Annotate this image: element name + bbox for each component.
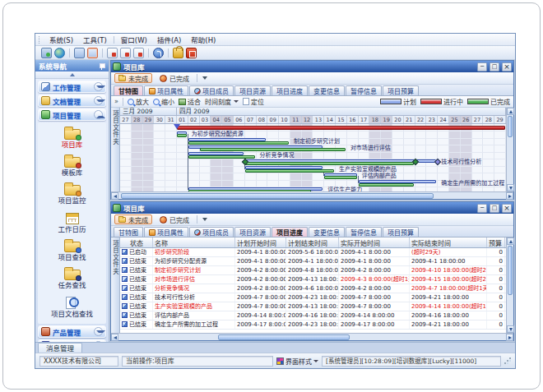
scroll-up-button[interactable] [507,108,514,115]
scroll-right-button[interactable] [506,334,513,341]
tab-message-management[interactable]: 消息管理 [38,343,82,353]
expand-icon[interactable] [94,327,103,336]
scroll-up-button[interactable] [507,238,514,245]
menubar-grip[interactable] [39,36,41,44]
report-edit-icon[interactable] [120,48,131,58]
progress-tab-项目进度[interactable]: 项目进度 [272,227,308,237]
sidebar-item-项目文档查找[interactable]: 项目文档查找 [38,293,106,318]
gantt-tab-项目进度[interactable]: 项目进度 [272,85,308,95]
help-icon[interactable] [153,48,164,58]
report-view-icon[interactable] [133,48,144,58]
menu-item-3[interactable]: 窗口(W) [116,34,152,45]
unfinished-button[interactable]: 未完成 [114,214,152,224]
tool-缩小[interactable]: 缩小 [153,97,174,106]
progress-tab-变更信息[interactable]: 变更信息 [309,227,345,237]
column-header-实际开始时间[interactable]: 实际开始时间 [339,238,410,247]
table-row[interactable]: 已结束分析竞争情况2009-4-2 8:00:002009-4-6 18:00:… [120,284,506,293]
gantt-window-titlebar[interactable]: 项目库 [111,61,513,72]
actual-bar-生产实验室规模的产品[interactable] [245,169,334,173]
gantt-tab-变更信息[interactable]: 变更信息 [309,85,345,95]
sidebar-item-任务查找[interactable]: 任务查找 [38,265,106,289]
scroll-left-button[interactable] [111,334,118,341]
column-header-实际结束时间[interactable]: 实际结束时间 [410,238,487,247]
folder-closed-icon[interactable] [74,48,85,58]
column-header-计划开始时间[interactable]: 计划开始时间 [235,238,286,247]
scroll-track[interactable] [507,138,513,184]
sidebar-group-项目管理[interactable]: 项目管理 [38,108,106,121]
minimize-button[interactable] [477,204,487,213]
progress-tab-甘特图[interactable]: 甘特图 [114,227,143,237]
gantt-horizontal-scrollbar[interactable] [111,191,513,199]
side-tab-project-folder[interactable]: 项目文件夹 [111,238,120,333]
sidebar-scroll-up[interactable] [35,71,109,79]
tool-定位[interactable]: 定位 [243,97,264,106]
tool-放大[interactable]: 放大 [128,97,149,106]
progress-window-titlebar[interactable]: 项目库 [111,202,513,214]
scroll-down-button[interactable] [507,325,514,333]
sidebar-item-项目查找[interactable]: 项目查找 [38,238,106,261]
sidebar-item-项目库[interactable]: 项目库 [38,125,106,149]
table-horizontal-scrollbar[interactable] [111,333,513,340]
menu-item-5[interactable]: 帮助(H) [186,34,220,45]
scroll-thumb[interactable] [121,193,434,199]
scroll-thumb[interactable] [508,116,513,137]
close-button[interactable] [502,204,512,213]
collapse-icon[interactable] [94,110,103,119]
gantt-tab-项目成员[interactable]: 项目成员 [189,85,234,95]
scroll-thumb[interactable] [508,246,513,295]
maximize-button[interactable] [490,204,499,213]
lock-icon[interactable] [173,48,183,58]
finished-button[interactable]: 已完成 [155,214,193,224]
table-vertical-scrollbar[interactable] [506,238,513,333]
actual-bar-为初步研究分配资源[interactable] [177,134,187,137]
expand-icon[interactable] [94,96,103,105]
sidebar-item-模板库[interactable]: 模板库 [38,153,106,177]
sidebar-group-工作管理[interactable]: 工作管理 [38,81,106,93]
actual-bar-对市场进行评估[interactable] [200,148,346,151]
tool-时间刻度[interactable]: 时间刻度 [205,97,239,106]
ui-style-button[interactable]: 界面样式 [276,357,318,366]
maximize-button[interactable] [490,62,499,71]
sidebar-group-文档管理[interactable]: 文档管理 [38,95,106,107]
table-row[interactable]: 已结束对市场进行评估2009-4-2 8:00:002009-4-13 18:0… [120,275,506,284]
progress-tab-项目属性[interactable]: 项目属性 [144,227,188,237]
sidebar-item-项目监控[interactable]: 项目监控 [38,181,106,205]
column-header-状态[interactable]: 状态 [120,238,153,247]
minimize-button[interactable] [477,62,487,71]
expand-icon[interactable] [94,82,103,91]
gantt-vertical-scrollbar[interactable] [506,108,513,191]
scroll-track[interactable] [507,296,513,325]
scroll-left-button[interactable] [111,192,118,200]
overflow-chevron-icon[interactable]: » [114,98,118,105]
menu-item-1[interactable]: 系统(S) [44,34,78,45]
pin-icon[interactable] [99,62,105,70]
table-row[interactable]: 已结束评估内部产品2009-4-14 8:00:002009-4-16 18:0… [120,311,506,321]
tool-适合[interactable]: 适合 [179,97,201,106]
close-button[interactable] [502,62,512,71]
scroll-down-button[interactable] [507,184,514,191]
table-row[interactable]: 已结束为初步研究分配资源2009-4-1 8:00:002009-4-1 18:… [120,257,506,266]
sidebar-item-工作日历[interactable]: 工作日历 [38,209,106,233]
actual-bar-制定初步研究计划[interactable] [188,141,289,145]
gantt-tab-甘特图[interactable]: 甘特图 [114,85,143,95]
sidebar-group-产品管理[interactable]: 产品管理 [38,325,106,338]
finished-button[interactable]: 已完成 [155,73,193,83]
gantt-tab-项目预算[interactable]: 项目预算 [383,85,419,95]
column-header-计划结束时间[interactable]: 计划结束时间 [286,238,339,247]
actual-bar-评估内部产品[interactable] [324,176,356,179]
gantt-tab-暂停信息[interactable]: 暂停信息 [346,85,382,95]
actual-bar-确定生产所需的加工过程[interactable] [359,183,414,187]
globe-icon[interactable] [54,48,65,58]
menu-item-2[interactable]: 工具(T) [78,34,112,45]
table-row[interactable]: 已结束制定初步研究计划2009-4-2 8:00:002009-4-8 18:0… [120,266,506,275]
unfinished-button[interactable]: 未完成 [114,73,152,83]
progress-tab-项目成员[interactable]: 项目成员 [189,227,234,237]
side-tab-project-folder[interactable]: 项目文件夹 [111,108,120,191]
summary-bar-初步研究阶段[interactable] [177,126,505,130]
progress-tab-项目资源[interactable]: 项目资源 [234,227,271,237]
table-row[interactable]: 已启动初步研究阶段2009-4-1 8:00:002009-5-6 18:00:… [120,248,506,257]
folder-open-icon[interactable] [87,48,98,58]
menu-item-4[interactable]: 插件(A) [152,34,186,45]
column-header-名称[interactable]: 名称 [153,238,235,247]
progress-tab-暂停信息[interactable]: 暂停信息 [346,227,382,237]
